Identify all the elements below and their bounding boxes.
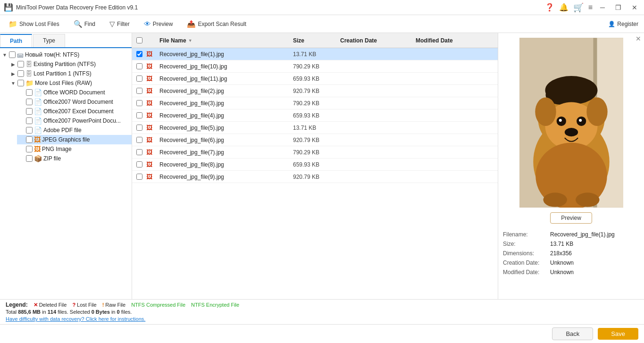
file-checkbox-5[interactable] <box>136 112 142 118</box>
tree-cb-root[interactable] <box>9 51 16 58</box>
tree-node-zip[interactable]: 📦 ZIP file <box>17 154 132 163</box>
export-scan-result-button[interactable]: 📤 Export Scan Result <box>184 18 249 30</box>
title-bar-right: ❓ 🔔 🛒 ≡ ─ ❐ ✕ <box>545 2 640 13</box>
file-row[interactable]: 🖼 Recovered_jpg_file(10).jpg 790.29 KB <box>132 60 498 73</box>
file-checkbox-7[interactable] <box>136 137 142 143</box>
notification-icon[interactable]: 🔔 <box>559 3 569 12</box>
tree-node-office2007-word[interactable]: 📄 Office2007 Word Document <box>17 97 132 107</box>
file-row[interactable]: 🖼 Recovered_jpg_file(4).jpg 659.93 KB <box>132 109 498 122</box>
file-name-cell: Recovered_jpg_file(1).jpg <box>157 51 290 58</box>
tree-cb-office2007-ppt[interactable] <box>26 117 33 124</box>
file-row[interactable]: 🖼 Recovered_jpg_file(7).jpg 790.29 KB <box>132 146 498 159</box>
folder-icon-more-lost: 📁 <box>25 79 33 87</box>
header-name-col[interactable]: File Name ▼ <box>157 37 290 44</box>
file-size-cell: 659.93 KB <box>290 161 337 168</box>
help-link[interactable]: Have difficulty with data recovery? Clic… <box>6 316 145 322</box>
svg-point-12 <box>559 119 561 122</box>
tree-cb-lost1[interactable] <box>17 70 24 77</box>
lost-icon: ? <box>72 302 75 308</box>
show-lost-files-button[interactable]: 📁 Show Lost Files <box>6 18 62 30</box>
left-panel: Path Type ▼ 🖴 Новый том(H: NTFS) ▶ 🗄 <box>0 33 132 299</box>
doc-icon-3: 📄 <box>34 108 42 115</box>
tree-cb-zip[interactable] <box>26 155 33 162</box>
tree-node-office2007-ppt[interactable]: 📄 Office2007 PowerPoint Docu... <box>17 116 132 125</box>
header-size-col[interactable]: Size <box>290 37 337 44</box>
file-checkbox-8[interactable] <box>136 149 142 155</box>
tree-node-root[interactable]: ▼ 🖴 Новый том(H: NTFS) <box>0 50 132 59</box>
modified-date-label: Modified Date: <box>503 269 550 276</box>
tab-type[interactable]: Type <box>33 34 65 47</box>
info-row-filename: Filename: Recovered_jpg_file(1).jpg <box>503 231 639 238</box>
file-row[interactable]: 🖼 Recovered_jpg_file(5).jpg 13.71 KB <box>132 122 498 134</box>
file-checkbox-6[interactable] <box>136 125 142 131</box>
svg-point-19 <box>576 192 599 207</box>
tree-cb-png[interactable] <box>26 146 33 152</box>
file-row-check <box>132 112 146 118</box>
tree-node-more-lost[interactable]: ▼ 📁 More Lost Files (RAW) <box>8 78 132 88</box>
file-row[interactable]: 🖼 Recovered_jpg_file(3).jpg 790.29 KB <box>132 97 498 109</box>
file-row[interactable]: 🖼 Recovered_jpg_file(2).jpg 920.79 KB <box>132 85 498 97</box>
creation-date-label: Creation Date: <box>503 259 550 266</box>
tree-cb-office2007-excel[interactable] <box>26 108 33 115</box>
tree-cb-adobe-pdf[interactable] <box>26 127 33 134</box>
file-row[interactable]: 🖼 Recovered_jpg_file(9).jpg 920.79 KB <box>132 171 498 183</box>
status-in-label: in <box>42 309 46 315</box>
raw-icon: ! <box>102 302 104 308</box>
file-checkbox-1[interactable] <box>136 63 142 69</box>
restore-button[interactable]: ❐ <box>612 3 624 12</box>
tree-node-existing[interactable]: ▶ 🗄 Existing Partition (NTFS) <box>8 59 132 69</box>
preview-panel: ✕ <box>498 33 644 299</box>
find-button[interactable]: 🔍 Find <box>71 18 98 30</box>
legend-title: Legend: <box>6 301 28 308</box>
file-checkbox-0[interactable] <box>136 51 142 57</box>
preview-button[interactable]: Preview <box>550 212 592 224</box>
lost-label: Lost File <box>77 302 97 308</box>
tree-node-office2007-excel[interactable]: 📄 Office2007 Excel Document <box>17 107 132 116</box>
doc-icon-6: 🖼 <box>34 136 41 143</box>
doc-icon-5: 📄 <box>34 126 42 134</box>
tab-path[interactable]: Path <box>0 34 32 47</box>
file-row[interactable]: 🖼 Recovered_jpg_file(8).jpg 659.93 KB <box>132 159 498 171</box>
tree-node-jpeg[interactable]: 🖼 JPEG Graphics file <box>17 135 132 144</box>
tree-cb-office-word[interactable] <box>26 89 33 96</box>
header-modified-col[interactable]: Modified Date <box>413 37 498 44</box>
help-icon[interactable]: ❓ <box>545 3 554 12</box>
tree-toggle-lost1: ▶ <box>10 71 16 76</box>
file-type-icon: 🖼 <box>146 63 157 70</box>
tree-cb-more-lost[interactable] <box>17 80 24 86</box>
tree-node-adobe-pdf[interactable]: 📄 Adobe PDF file <box>17 125 132 135</box>
file-checkbox-10[interactable] <box>136 174 142 180</box>
tree-cb-office2007-word[interactable] <box>26 99 33 105</box>
cart-icon[interactable]: 🛒 <box>573 2 584 13</box>
tree-cb-existing[interactable] <box>17 61 24 67</box>
register-button[interactable]: 👤 Register <box>608 21 638 27</box>
preview-toolbar-button[interactable]: 👁 Preview <box>141 18 176 29</box>
export-icon: 📤 <box>187 20 196 28</box>
ntfs-compressed-label: NTFS Compressed File <box>131 302 185 308</box>
preview-close-icon[interactable]: ✕ <box>636 35 641 42</box>
file-name-cell: Recovered_jpg_file(11).jpg <box>157 75 290 82</box>
tree-node-lost1[interactable]: ▶ 🗄 Lost Partition 1 (NTFS) <box>8 69 132 78</box>
file-type-icon: 🖼 <box>146 87 157 94</box>
select-all-checkbox[interactable] <box>136 37 142 43</box>
file-checkbox-9[interactable] <box>136 161 142 167</box>
tree-node-png[interactable]: 🖼 PNG Image <box>17 144 132 154</box>
back-button[interactable]: Back <box>552 327 593 340</box>
close-button[interactable]: ✕ <box>629 3 640 12</box>
file-checkbox-3[interactable] <box>136 88 142 94</box>
status-total-size: 885,6 MB <box>18 309 41 315</box>
tree-cb-jpeg[interactable] <box>26 136 33 143</box>
file-type-icon: 🖼 <box>146 149 157 156</box>
file-checkbox-4[interactable] <box>136 100 142 106</box>
modified-date-value: Unknown <box>550 269 639 276</box>
file-row[interactable]: 🖼 Recovered_jpg_file(6).jpg 920.79 KB <box>132 134 498 146</box>
header-creation-col[interactable]: Creation Date <box>337 37 413 44</box>
minimize-button[interactable]: ─ <box>597 3 608 12</box>
menu-icon[interactable]: ≡ <box>588 3 593 12</box>
file-checkbox-2[interactable] <box>136 75 142 82</box>
file-row[interactable]: 🖼 Recovered_jpg_file(1).jpg 13.71 KB <box>132 48 498 60</box>
save-button[interactable]: Save <box>598 328 638 340</box>
tree-node-office-word[interactable]: 📄 Office WORD Document <box>17 88 132 97</box>
filter-button[interactable]: ▽ Filter <box>107 18 133 30</box>
file-row[interactable]: 🖼 Recovered_jpg_file(11).jpg 659.93 KB <box>132 73 498 85</box>
